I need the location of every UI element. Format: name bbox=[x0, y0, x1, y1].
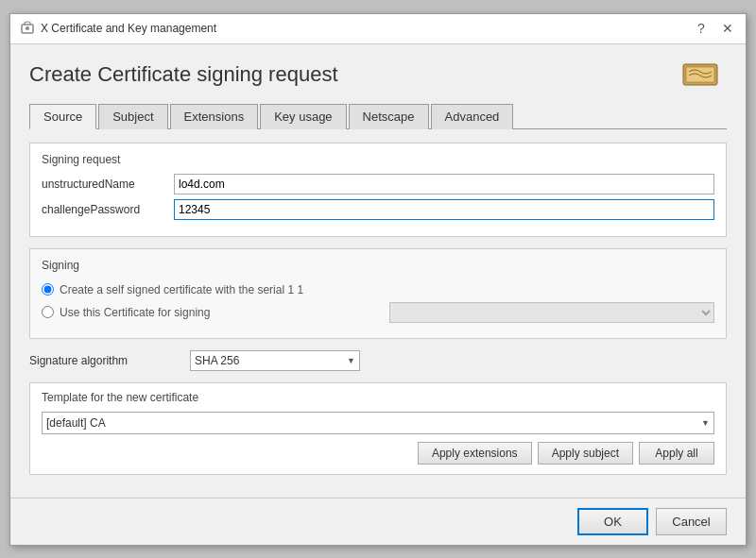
tab-source[interactable]: Source bbox=[29, 104, 96, 129]
apply-extensions-button[interactable]: Apply extensions bbox=[418, 442, 532, 465]
unstructured-name-label: unstructuredName bbox=[42, 178, 174, 191]
dialog-title-bar: Create Certificate signing request bbox=[29, 59, 727, 90]
template-label: Template for the new certificate bbox=[42, 391, 714, 404]
use-cert-dropdown[interactable] bbox=[389, 302, 715, 323]
svg-point-1 bbox=[26, 26, 29, 30]
main-window: X Certificate and Key management ? ✕ Cre… bbox=[9, 13, 747, 546]
signing-request-section: Signing request unstructuredName challen… bbox=[29, 143, 727, 237]
signing-options: Create a self signed certificate with th… bbox=[42, 279, 714, 327]
tab-key-usage[interactable]: Key usage bbox=[260, 104, 346, 129]
template-dropdown[interactable]: [default] CA bbox=[42, 412, 714, 434]
unstructured-name-input[interactable] bbox=[174, 174, 714, 194]
unstructured-name-row: unstructuredName bbox=[42, 174, 714, 194]
title-bar-right: ? ✕ bbox=[693, 20, 736, 37]
signing-section-label: Signing bbox=[42, 259, 714, 272]
logo-icon bbox=[681, 60, 727, 89]
template-section: Template for the new certificate [defaul… bbox=[29, 382, 727, 475]
signing-section: Signing Create a self signed certificate… bbox=[29, 248, 727, 339]
tab-netscape[interactable]: Netscape bbox=[349, 104, 429, 129]
dialog-title-text: Create Certificate signing request bbox=[29, 62, 338, 87]
ok-button[interactable]: OK bbox=[577, 508, 648, 535]
use-cert-radio[interactable] bbox=[42, 306, 54, 318]
apply-buttons: Apply extensions Apply subject Apply all bbox=[42, 442, 714, 465]
use-cert-row: Use this Certificate for signing bbox=[42, 302, 714, 323]
signature-algorithm-row: Signature algorithm SHA 256 bbox=[29, 350, 727, 371]
apply-subject-button[interactable]: Apply subject bbox=[538, 442, 633, 465]
tab-advanced[interactable]: Advanced bbox=[431, 104, 514, 129]
dialog-content: Create Certificate signing request Sourc… bbox=[10, 44, 746, 498]
signing-request-label: Signing request bbox=[42, 153, 714, 166]
signature-algorithm-dropdown[interactable]: SHA 256 bbox=[190, 350, 360, 371]
template-wrapper: [default] CA bbox=[42, 412, 714, 434]
cancel-button[interactable]: Cancel bbox=[656, 508, 727, 535]
tab-extensions[interactable]: Extensions bbox=[170, 104, 259, 129]
challenge-password-row: challengePassword bbox=[42, 199, 714, 220]
help-button[interactable]: ? bbox=[693, 20, 710, 37]
serial-number: 1 bbox=[287, 283, 294, 296]
close-button[interactable]: ✕ bbox=[719, 20, 736, 37]
use-cert-label: Use this Certificate for signing bbox=[60, 306, 384, 319]
app-icon bbox=[20, 21, 35, 36]
dialog-logo bbox=[679, 59, 727, 90]
challenge-password-input[interactable] bbox=[174, 199, 714, 220]
bottom-bar: OK Cancel bbox=[10, 498, 746, 545]
signature-algorithm-label: Signature algorithm bbox=[29, 354, 180, 367]
challenge-password-label: challengePassword bbox=[42, 203, 174, 216]
tab-subject[interactable]: Subject bbox=[98, 104, 167, 129]
apply-all-button[interactable]: Apply all bbox=[639, 442, 714, 465]
title-bar-left: X Certificate and Key management bbox=[20, 21, 216, 36]
tab-bar: Source Subject Extensions Key usage Nets… bbox=[29, 103, 727, 129]
self-signed-label: Create a self signed certificate with th… bbox=[60, 283, 714, 296]
window-title: X Certificate and Key management bbox=[41, 22, 216, 35]
self-signed-row: Create a self signed certificate with th… bbox=[42, 283, 714, 296]
signature-algorithm-wrapper: SHA 256 bbox=[190, 350, 360, 371]
self-signed-radio[interactable] bbox=[42, 283, 54, 296]
title-bar: X Certificate and Key management ? ✕ bbox=[10, 14, 746, 44]
